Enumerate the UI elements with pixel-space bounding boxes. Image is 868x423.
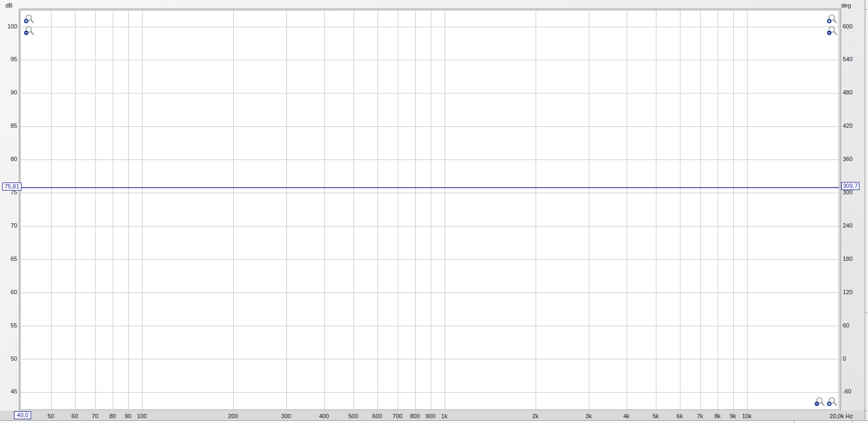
cursor-frequency-readout[interactable]: 40,0	[14, 411, 31, 419]
frequency-tick-label: 500	[343, 413, 364, 420]
frequency-tick-label: 2k	[525, 413, 546, 420]
zoom-in-icon[interactable]	[24, 14, 34, 25]
db-tick-label: 55	[0, 322, 17, 329]
plot-canvas[interactable]	[21, 11, 839, 409]
frequency-tick-label: 200	[222, 413, 244, 420]
frequency-tick-label: 3k	[578, 413, 599, 420]
deg-tick-label: 60	[843, 322, 863, 329]
db-tick-label: 65	[0, 256, 17, 262]
zoom-out-icon[interactable]	[814, 397, 825, 407]
frequency-tick-label: 10k	[736, 413, 757, 420]
deg-tick-label: -60	[843, 388, 863, 395]
frequency-tick-label: 100	[131, 413, 153, 420]
deg-tick-label: 0	[843, 355, 863, 362]
panel-edge-tick	[865, 9, 867, 10]
frequency-tick-label: 50	[40, 413, 62, 420]
db-tick-label: 95	[0, 56, 17, 63]
deg-tick-label: 360	[843, 156, 863, 163]
frequency-tick-label: 6k	[669, 413, 690, 420]
zoom-in-icon[interactable]	[827, 397, 837, 407]
frequency-tick-label: 400	[313, 413, 335, 420]
frequency-axis-end-label: 20,0k Hz	[821, 413, 862, 419]
deg-tick-label: 600	[843, 23, 863, 30]
deg-tick-label: 180	[843, 256, 863, 262]
cursor-db-readout[interactable]: 75,81	[2, 183, 21, 191]
deg-tick-label: 240	[843, 222, 863, 229]
zoom-out-icon[interactable]	[24, 26, 34, 37]
zoom-out-icon[interactable]	[827, 26, 837, 37]
panel-edge-tick	[865, 312, 867, 313]
panel-edge-tick	[865, 411, 867, 411]
frequency-tick-label: 5k	[645, 413, 667, 420]
db-tick-label: 70	[0, 222, 17, 229]
deg-tick-label: 420	[843, 122, 863, 129]
deg-tick-label: 120	[843, 289, 863, 296]
frequency-tick-label: 300	[276, 413, 297, 420]
frequency-response-plot[interactable]	[19, 9, 841, 411]
right-axis-unit-label: deg	[841, 2, 851, 9]
db-tick-label: 80	[0, 156, 17, 163]
panel-divider	[852, 421, 852, 423]
measurement-app-window: dB deg 1009590858075706560555045 6005404…	[0, 0, 868, 423]
deg-tick-label: 480	[843, 89, 863, 96]
zoom-in-icon[interactable]	[827, 14, 837, 25]
db-tick-label: 50	[0, 355, 17, 362]
db-tick-label: 45	[0, 388, 17, 395]
frequency-tick-label: 600	[366, 413, 388, 420]
lower-panel-top-edge	[0, 420, 868, 423]
deg-tick-label: 540	[843, 56, 863, 63]
frequency-tick-label: 60	[64, 413, 85, 420]
left-axis-unit-label: dB	[5, 2, 12, 9]
panel-divider	[794, 421, 794, 423]
cursor-deg-readout[interactable]: 309,7	[841, 182, 859, 190]
frequency-tick-label: 1k	[433, 413, 455, 420]
adjacent-panel-edge	[865, 0, 868, 423]
db-tick-label: 90	[0, 89, 17, 96]
db-tick-label: 100	[0, 23, 17, 30]
db-tick-label: 60	[0, 289, 17, 296]
db-tick-label: 85	[0, 122, 17, 129]
frequency-tick-label: 4k	[616, 413, 637, 420]
